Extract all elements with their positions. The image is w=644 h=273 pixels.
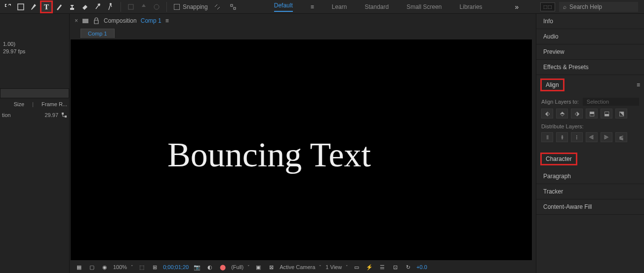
grid-icon[interactable]: ⊞ bbox=[150, 263, 159, 271]
panel-character-header[interactable]: Character bbox=[536, 149, 644, 169]
3d-view-icon[interactable]: ⊠ bbox=[267, 263, 276, 271]
folder-icon bbox=[82, 17, 89, 24]
align-vcenter-icon[interactable]: ⬓ bbox=[601, 109, 612, 118]
workspace-menu-icon[interactable]: ≡ bbox=[311, 3, 314, 10]
roto-brush-tool[interactable] bbox=[91, 0, 104, 13]
search-help-field[interactable]: ⌕ Search Help bbox=[559, 2, 638, 12]
comp-subtab[interactable]: Comp 1 bbox=[80, 29, 115, 38]
pixel-aspect-icon[interactable]: ▭ bbox=[352, 263, 361, 271]
align-top-icon[interactable]: ⬒ bbox=[586, 109, 598, 118]
fast-previews-icon[interactable]: ⚡ bbox=[365, 263, 374, 271]
project-item-row[interactable]: tion 29.97 bbox=[0, 110, 69, 120]
shape-tool[interactable] bbox=[14, 0, 27, 13]
clone-stamp-tool[interactable] bbox=[66, 0, 79, 13]
snapping-label: Snapping bbox=[183, 3, 208, 10]
panel-content-aware-fill[interactable]: Content-Aware Fill bbox=[536, 199, 644, 215]
distribute-left-icon[interactable]: ⫷ bbox=[586, 132, 598, 142]
col-frame-rate[interactable]: Frame R... bbox=[41, 101, 67, 107]
panel-paragraph[interactable]: Paragraph bbox=[536, 169, 644, 184]
snap-to-icon[interactable] bbox=[211, 0, 224, 13]
snap-grid-icon[interactable] bbox=[227, 0, 240, 13]
comp-fps: 29.97 fps bbox=[3, 48, 66, 55]
alpha-icon[interactable]: ▦ bbox=[75, 263, 83, 271]
panel-align-header[interactable]: Align ≡ bbox=[536, 75, 644, 95]
snapshot-icon[interactable]: 📷 bbox=[193, 263, 201, 271]
item-fps: 29.97 bbox=[44, 112, 58, 118]
composition-label: Composition bbox=[104, 17, 137, 24]
align-to-dropdown[interactable]: Selection bbox=[583, 98, 639, 106]
svg-rect-9 bbox=[65, 116, 67, 117]
zoom-value[interactable]: 100% bbox=[113, 264, 127, 270]
workspace-small-screen[interactable]: Small Screen bbox=[406, 3, 442, 10]
align-right-icon[interactable]: ⬗ bbox=[571, 109, 583, 118]
zoom-dropdown-icon[interactable]: ˅ bbox=[131, 265, 133, 270]
workspace-default[interactable]: Default bbox=[274, 2, 293, 12]
pen-tool[interactable] bbox=[27, 0, 40, 13]
eraser-tool[interactable] bbox=[79, 0, 91, 13]
panel-effects-presets[interactable]: Effects & Presets bbox=[536, 60, 644, 75]
timeline-icon[interactable]: ☰ bbox=[378, 263, 387, 271]
align-left-icon[interactable]: ⬖ bbox=[541, 109, 553, 118]
sync-settings-icon[interactable]: ⬚⬚ bbox=[540, 2, 555, 11]
align-menu-icon[interactable]: ≡ bbox=[637, 81, 640, 88]
close-tab-icon[interactable]: × bbox=[75, 17, 78, 24]
view-count[interactable]: 1 View bbox=[325, 264, 342, 270]
svg-point-3 bbox=[110, 3, 112, 5]
snapping-checkbox[interactable] bbox=[174, 4, 180, 10]
col-size[interactable]: Size bbox=[14, 101, 24, 107]
roi-icon[interactable]: ⬚ bbox=[137, 263, 146, 271]
comp-panel-menu-icon[interactable]: ≡ bbox=[165, 17, 169, 24]
workspace-libraries[interactable]: Libraries bbox=[460, 3, 483, 10]
mask-icon[interactable]: ◉ bbox=[100, 263, 109, 271]
cam-dropdown-icon[interactable]: ˅ bbox=[319, 265, 322, 270]
show-snapshot-icon[interactable]: ◐ bbox=[205, 263, 214, 271]
distribute-top-icon[interactable]: ⫴ bbox=[541, 132, 553, 142]
comp-flowchart-icon[interactable]: ⊡ bbox=[391, 263, 400, 271]
toggle-transparency-icon[interactable]: ▢ bbox=[87, 263, 96, 271]
workspace-overflow-icon[interactable]: » bbox=[515, 3, 519, 11]
workspace-standard[interactable]: Standard bbox=[364, 3, 389, 10]
panel-info[interactable]: Info bbox=[536, 14, 644, 29]
resolution-value[interactable]: (Full) bbox=[231, 264, 243, 270]
view-dropdown-icon[interactable]: ˅ bbox=[346, 265, 348, 270]
current-time[interactable]: 0;00;01;20 bbox=[163, 264, 189, 270]
panel-tracker[interactable]: Tracker bbox=[536, 184, 644, 199]
composition-viewport[interactable]: Bouncing Text bbox=[71, 39, 532, 260]
project-search-row[interactable] bbox=[0, 88, 69, 98]
align-hcenter-icon[interactable]: ⬘ bbox=[556, 109, 568, 118]
type-tool[interactable]: T bbox=[40, 0, 53, 13]
reset-exposure-icon[interactable]: ↻ bbox=[403, 263, 412, 271]
color-channels-icon[interactable]: ⬤ bbox=[218, 263, 227, 271]
align-title: Align bbox=[540, 78, 564, 91]
search-placeholder: Search Help bbox=[569, 3, 602, 10]
distribute-vcenter-icon[interactable]: ⫵ bbox=[556, 132, 568, 142]
exposure-value[interactable]: +0.0 bbox=[416, 264, 427, 270]
distribute-hcenter-icon[interactable]: ⫸ bbox=[601, 132, 612, 142]
composition-name[interactable]: Comp 1 bbox=[141, 17, 161, 24]
distribute-bottom-icon[interactable]: ⫶ bbox=[571, 132, 583, 142]
res-dropdown-icon[interactable]: ˅ bbox=[247, 265, 250, 270]
world-axis-mode[interactable] bbox=[137, 0, 150, 13]
lock-icon[interactable] bbox=[93, 17, 100, 24]
flowchart-icon bbox=[61, 112, 67, 118]
region-icon[interactable]: ▣ bbox=[254, 263, 263, 271]
align-bottom-icon[interactable]: ⬔ bbox=[615, 109, 627, 118]
project-panel: 1.00) 29.97 fps Size | Frame R... tion 2… bbox=[0, 14, 69, 273]
panel-preview[interactable]: Preview bbox=[536, 44, 644, 60]
comp-ratio: 1.00) bbox=[3, 40, 66, 48]
puppet-pin-tool[interactable] bbox=[104, 0, 117, 13]
panel-audio[interactable]: Audio bbox=[536, 29, 644, 44]
character-title: Character bbox=[540, 153, 577, 165]
hand-tool[interactable] bbox=[1, 0, 14, 13]
search-icon: ⌕ bbox=[563, 3, 566, 10]
brush-tool[interactable] bbox=[53, 0, 66, 13]
local-axis-mode[interactable] bbox=[124, 0, 137, 13]
viewport-text: Bouncing Text bbox=[167, 135, 371, 175]
svg-rect-10 bbox=[82, 19, 88, 23]
active-camera[interactable]: Active Camera bbox=[280, 264, 315, 270]
svg-rect-7 bbox=[234, 7, 236, 9]
distribute-right-icon[interactable]: ⫹ bbox=[615, 132, 627, 142]
view-axis-mode[interactable] bbox=[150, 0, 163, 13]
workspace-learn[interactable]: Learn bbox=[332, 3, 347, 10]
viewer-footer: ▦ ▢ ◉ 100% ˅ ⬚ ⊞ 0;00;01;20 📷 ◐ ⬤ (Full)… bbox=[70, 261, 536, 273]
